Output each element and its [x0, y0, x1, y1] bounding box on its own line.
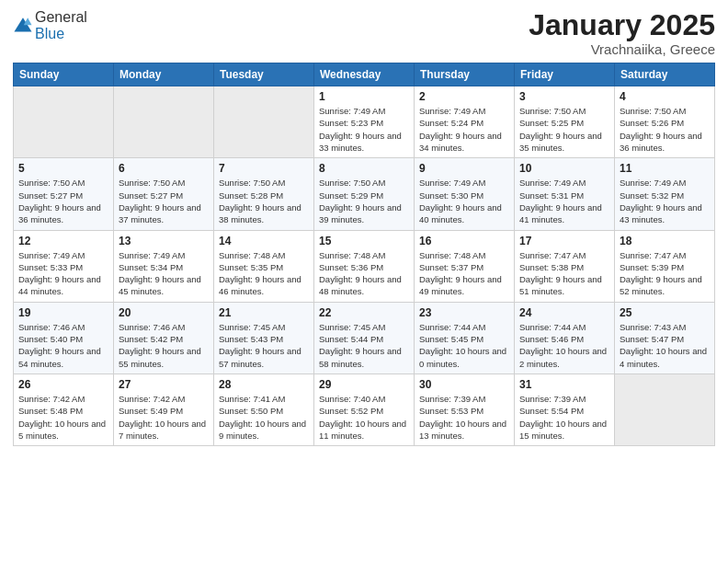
day-cell: 20Sunrise: 7:46 AMSunset: 5:42 PMDayligh… [114, 302, 214, 373]
day-number: 13 [119, 235, 209, 247]
day-number: 10 [519, 162, 609, 175]
day-cell: 30Sunrise: 7:39 AMSunset: 5:53 PMDayligh… [415, 373, 515, 445]
logo-icon [13, 16, 33, 36]
week-row-5: 26Sunrise: 7:42 AMSunset: 5:48 PMDayligh… [14, 373, 715, 445]
week-row-4: 19Sunrise: 7:46 AMSunset: 5:40 PMDayligh… [14, 302, 715, 373]
day-info: Sunrise: 7:48 AMSunset: 5:37 PMDaylight:… [419, 249, 509, 298]
day-cell: 19Sunrise: 7:46 AMSunset: 5:40 PMDayligh… [14, 302, 114, 373]
day-number: 22 [319, 306, 409, 319]
day-info: Sunrise: 7:43 AMSunset: 5:47 PMDaylight:… [620, 321, 710, 370]
day-info: Sunrise: 7:39 AMSunset: 5:53 PMDaylight:… [419, 393, 509, 442]
day-info: Sunrise: 7:50 AMSunset: 5:27 PMDaylight:… [119, 177, 209, 225]
day-number: 28 [219, 378, 309, 391]
day-number: 27 [119, 378, 209, 391]
day-cell: 9Sunrise: 7:49 AMSunset: 5:30 PMDaylight… [415, 158, 515, 230]
logo-text: General Blue [35, 9, 87, 42]
day-info: Sunrise: 7:50 AMSunset: 5:26 PMDaylight:… [620, 105, 710, 154]
day-cell: 13Sunrise: 7:49 AMSunset: 5:34 PMDayligh… [114, 230, 214, 302]
day-number: 11 [620, 162, 710, 175]
week-row-3: 12Sunrise: 7:49 AMSunset: 5:33 PMDayligh… [14, 230, 715, 302]
day-header-sunday: Sunday [14, 63, 114, 86]
day-info: Sunrise: 7:45 AMSunset: 5:43 PMDaylight:… [219, 321, 309, 370]
day-cell: 15Sunrise: 7:48 AMSunset: 5:36 PMDayligh… [314, 230, 415, 302]
day-cell: 12Sunrise: 7:49 AMSunset: 5:33 PMDayligh… [14, 230, 114, 302]
day-info: Sunrise: 7:50 AMSunset: 5:28 PMDaylight:… [219, 177, 309, 225]
week-row-1: 1Sunrise: 7:49 AMSunset: 5:23 PMDaylight… [14, 86, 715, 158]
day-cell [14, 86, 114, 158]
calendar-location: Vrachnaiika, Greece [529, 41, 715, 57]
day-cell: 21Sunrise: 7:45 AMSunset: 5:43 PMDayligh… [214, 302, 314, 373]
day-number: 2 [419, 90, 509, 103]
day-cell: 24Sunrise: 7:44 AMSunset: 5:46 PMDayligh… [515, 302, 615, 373]
day-cell [615, 373, 715, 445]
day-info: Sunrise: 7:45 AMSunset: 5:44 PMDaylight:… [319, 321, 409, 370]
day-number: 18 [620, 235, 710, 247]
day-number: 3 [519, 90, 609, 103]
week-row-2: 5Sunrise: 7:50 AMSunset: 5:27 PMDaylight… [14, 158, 715, 230]
day-cell: 17Sunrise: 7:47 AMSunset: 5:38 PMDayligh… [515, 230, 615, 302]
day-number: 16 [419, 235, 509, 247]
day-header-thursday: Thursday [415, 63, 515, 86]
day-number: 26 [18, 378, 108, 391]
page: General Blue January 2025 Vrachnaiika, G… [0, 0, 728, 563]
day-info: Sunrise: 7:48 AMSunset: 5:36 PMDaylight:… [319, 249, 409, 298]
day-cell: 7Sunrise: 7:50 AMSunset: 5:28 PMDaylight… [214, 158, 314, 230]
day-header-friday: Friday [515, 63, 615, 86]
day-info: Sunrise: 7:48 AMSunset: 5:35 PMDaylight:… [219, 249, 309, 298]
day-cell: 14Sunrise: 7:48 AMSunset: 5:35 PMDayligh… [214, 230, 314, 302]
day-info: Sunrise: 7:44 AMSunset: 5:46 PMDaylight:… [519, 321, 609, 370]
day-cell: 25Sunrise: 7:43 AMSunset: 5:47 PMDayligh… [615, 302, 715, 373]
day-info: Sunrise: 7:49 AMSunset: 5:24 PMDaylight:… [419, 105, 509, 154]
day-cell: 4Sunrise: 7:50 AMSunset: 5:26 PMDaylight… [615, 86, 715, 158]
day-info: Sunrise: 7:50 AMSunset: 5:29 PMDaylight:… [319, 177, 409, 225]
day-cell: 11Sunrise: 7:49 AMSunset: 5:32 PMDayligh… [615, 158, 715, 230]
day-info: Sunrise: 7:39 AMSunset: 5:54 PMDaylight:… [519, 393, 609, 442]
day-number: 21 [219, 306, 309, 319]
day-cell: 27Sunrise: 7:42 AMSunset: 5:49 PMDayligh… [114, 373, 214, 445]
day-cell: 5Sunrise: 7:50 AMSunset: 5:27 PMDaylight… [14, 158, 114, 230]
day-info: Sunrise: 7:49 AMSunset: 5:32 PMDaylight:… [620, 177, 710, 225]
day-info: Sunrise: 7:49 AMSunset: 5:33 PMDaylight:… [18, 249, 108, 298]
day-cell: 31Sunrise: 7:39 AMSunset: 5:54 PMDayligh… [515, 373, 615, 445]
day-number: 29 [319, 378, 409, 391]
day-number: 23 [419, 306, 509, 319]
day-cell: 8Sunrise: 7:50 AMSunset: 5:29 PMDaylight… [314, 158, 415, 230]
day-number: 30 [419, 378, 509, 391]
days-header-row: SundayMondayTuesdayWednesdayThursdayFrid… [14, 63, 715, 86]
title-block: January 2025 Vrachnaiika, Greece [529, 9, 715, 57]
day-info: Sunrise: 7:49 AMSunset: 5:30 PMDaylight:… [419, 177, 509, 225]
day-info: Sunrise: 7:47 AMSunset: 5:38 PMDaylight:… [519, 249, 609, 298]
day-number: 12 [18, 235, 108, 247]
day-number: 19 [18, 306, 108, 319]
day-cell: 26Sunrise: 7:42 AMSunset: 5:48 PMDayligh… [14, 373, 114, 445]
day-cell: 28Sunrise: 7:41 AMSunset: 5:50 PMDayligh… [214, 373, 314, 445]
day-number: 1 [319, 90, 409, 103]
day-cell: 1Sunrise: 7:49 AMSunset: 5:23 PMDaylight… [314, 86, 415, 158]
day-info: Sunrise: 7:42 AMSunset: 5:48 PMDaylight:… [18, 393, 108, 442]
day-header-tuesday: Tuesday [214, 63, 314, 86]
day-number: 9 [419, 162, 509, 175]
day-cell [214, 86, 314, 158]
logo-blue: Blue [35, 26, 64, 41]
day-cell: 3Sunrise: 7:50 AMSunset: 5:25 PMDaylight… [515, 86, 615, 158]
day-header-wednesday: Wednesday [314, 63, 415, 86]
day-cell: 6Sunrise: 7:50 AMSunset: 5:27 PMDaylight… [114, 158, 214, 230]
day-number: 14 [219, 235, 309, 247]
day-info: Sunrise: 7:40 AMSunset: 5:52 PMDaylight:… [319, 393, 409, 442]
day-cell: 2Sunrise: 7:49 AMSunset: 5:24 PMDaylight… [415, 86, 515, 158]
day-info: Sunrise: 7:47 AMSunset: 5:39 PMDaylight:… [620, 249, 710, 298]
header: General Blue January 2025 Vrachnaiika, G… [13, 9, 715, 57]
day-info: Sunrise: 7:44 AMSunset: 5:45 PMDaylight:… [419, 321, 509, 370]
day-number: 6 [119, 162, 209, 175]
calendar-table: SundayMondayTuesdayWednesdayThursdayFrid… [13, 63, 715, 446]
day-cell: 10Sunrise: 7:49 AMSunset: 5:31 PMDayligh… [515, 158, 615, 230]
day-number: 4 [620, 90, 710, 103]
day-info: Sunrise: 7:42 AMSunset: 5:49 PMDaylight:… [119, 393, 209, 442]
day-number: 24 [519, 306, 609, 319]
day-info: Sunrise: 7:49 AMSunset: 5:34 PMDaylight:… [119, 249, 209, 298]
logo: General Blue [13, 9, 87, 42]
day-number: 25 [620, 306, 710, 319]
day-info: Sunrise: 7:49 AMSunset: 5:31 PMDaylight:… [519, 177, 609, 225]
day-cell [114, 86, 214, 158]
day-number: 5 [18, 162, 108, 175]
